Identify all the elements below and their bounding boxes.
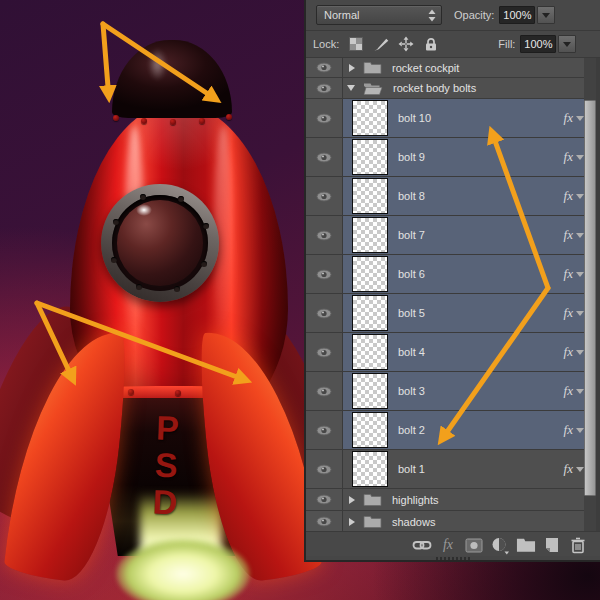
visibility-eye-icon[interactable] xyxy=(306,99,343,137)
panel-resize-grip[interactable] xyxy=(306,556,600,560)
layer-fx-badge[interactable]: fx xyxy=(564,188,573,204)
visibility-eye-icon[interactable] xyxy=(306,138,343,176)
fx-chevron-icon[interactable] xyxy=(576,467,584,472)
layer-thumbnail[interactable] xyxy=(352,334,388,370)
fx-chevron-icon[interactable] xyxy=(576,116,584,121)
layer-name[interactable]: bolt 10 xyxy=(398,112,431,124)
layer-fx-badge[interactable]: fx xyxy=(564,266,573,282)
lock-pixels-brush-icon[interactable] xyxy=(372,35,390,53)
expand-arrow-icon[interactable] xyxy=(349,64,355,72)
layer-fx-badge[interactable]: fx xyxy=(564,305,573,321)
layer-name[interactable]: bolt 3 xyxy=(398,385,425,397)
layer-row-bolt-10[interactable]: bolt 10fx xyxy=(306,99,600,138)
layer-thumbnail[interactable] xyxy=(352,256,388,292)
folder-closed-icon xyxy=(363,515,382,528)
fx-chevron-icon[interactable] xyxy=(576,194,584,199)
blend-mode-select[interactable]: Normal xyxy=(316,5,442,25)
porthole-rivet xyxy=(136,284,142,290)
layer-name[interactable]: highlights xyxy=(392,494,438,506)
layer-fx-badge[interactable]: fx xyxy=(564,383,573,399)
collapse-arrow-icon[interactable] xyxy=(347,85,355,91)
fx-chevron-icon[interactable] xyxy=(576,233,584,238)
expand-arrow-icon[interactable] xyxy=(349,518,355,526)
layer-name[interactable]: bolt 6 xyxy=(398,268,425,280)
opacity-dropdown-button[interactable] xyxy=(537,6,555,24)
visibility-eye-icon[interactable] xyxy=(306,333,343,371)
layer-thumbnail[interactable] xyxy=(352,100,388,136)
layer-fx-badge[interactable]: fx xyxy=(564,227,573,243)
scrollbar-thumb[interactable] xyxy=(584,100,596,496)
layer-thumbnail[interactable] xyxy=(352,178,388,214)
layers-panel: Normal Opacity: 100% Lock: xyxy=(304,0,600,562)
layer-group-row-shadows[interactable]: shadows xyxy=(306,511,600,531)
fx-chevron-icon[interactable] xyxy=(576,350,584,355)
grip-dots xyxy=(436,557,470,560)
layer-name[interactable]: bolt 1 xyxy=(398,463,425,475)
layer-fx-badge[interactable]: fx xyxy=(564,461,573,477)
delete-layer-trash-icon[interactable] xyxy=(568,535,588,555)
rocket-porthole xyxy=(101,184,219,302)
layer-row-bolt-1[interactable]: bolt 1fx xyxy=(306,450,600,489)
layer-row-bolt-7[interactable]: bolt 7fx xyxy=(306,216,600,255)
new-layer-icon[interactable] xyxy=(542,535,562,555)
layer-fx-badge[interactable]: fx xyxy=(564,110,573,126)
layer-name[interactable]: bolt 8 xyxy=(398,190,425,202)
layer-group-row-rocket-body-bolts[interactable]: rocket body bolts xyxy=(306,78,600,99)
layer-name[interactable]: rocket body bolts xyxy=(393,82,476,94)
layer-fx-badge[interactable]: fx xyxy=(564,344,573,360)
layer-name[interactable]: bolt 2 xyxy=(398,424,425,436)
fill-value-field[interactable]: 100% xyxy=(520,35,556,53)
layer-thumbnail[interactable] xyxy=(352,412,388,448)
expand-arrow-icon[interactable] xyxy=(349,496,355,504)
fx-chevron-icon[interactable] xyxy=(576,272,584,277)
opacity-label: Opacity: xyxy=(454,9,494,21)
fx-chevron-icon[interactable] xyxy=(576,389,584,394)
layer-row-bolt-5[interactable]: bolt 5fx xyxy=(306,294,600,333)
layer-name[interactable]: rocket cockpit xyxy=(392,62,459,74)
layer-thumbnail[interactable] xyxy=(352,451,388,487)
layer-name[interactable]: bolt 4 xyxy=(398,346,425,358)
lock-position-move-icon[interactable] xyxy=(397,35,415,53)
opacity-value-field[interactable]: 100% xyxy=(499,6,535,24)
visibility-eye-icon[interactable] xyxy=(306,372,343,410)
layer-row-bolt-2[interactable]: bolt 2fx xyxy=(306,411,600,450)
lock-all-padlock-icon[interactable] xyxy=(422,35,440,53)
fx-chevron-icon[interactable] xyxy=(576,155,584,160)
fill-dropdown-button[interactable] xyxy=(558,35,576,53)
visibility-eye-icon[interactable] xyxy=(306,411,343,449)
layer-group-row-highlights[interactable]: highlights xyxy=(306,489,600,511)
layer-fx-badge[interactable]: fx xyxy=(564,149,573,165)
fx-chevron-icon[interactable] xyxy=(576,311,584,316)
layer-group-row-rocket-cockpit[interactable]: rocket cockpit xyxy=(306,58,600,78)
add-layer-mask-icon[interactable] xyxy=(464,535,484,555)
adjustment-layer-icon[interactable] xyxy=(490,535,510,555)
visibility-eye-icon[interactable] xyxy=(306,78,343,98)
layer-row-bolt-6[interactable]: bolt 6fx xyxy=(306,255,600,294)
visibility-eye-icon[interactable] xyxy=(306,216,343,254)
fx-chevron-icon[interactable] xyxy=(576,428,584,433)
layer-thumbnail[interactable] xyxy=(352,139,388,175)
lock-transparency-icon[interactable] xyxy=(347,35,365,53)
visibility-eye-icon[interactable] xyxy=(306,58,343,77)
visibility-eye-icon[interactable] xyxy=(306,511,343,531)
layer-thumbnail[interactable] xyxy=(352,295,388,331)
layer-name[interactable]: bolt 5 xyxy=(398,307,425,319)
layer-row-bolt-9[interactable]: bolt 9fx xyxy=(306,138,600,177)
layer-name[interactable]: shadows xyxy=(392,516,435,528)
layer-row-bolt-3[interactable]: bolt 3fx xyxy=(306,372,600,411)
layer-name[interactable]: bolt 7 xyxy=(398,229,425,241)
visibility-eye-icon[interactable] xyxy=(306,255,343,293)
visibility-eye-icon[interactable] xyxy=(306,177,343,215)
layer-row-bolt-8[interactable]: bolt 8fx xyxy=(306,177,600,216)
layer-thumbnail[interactable] xyxy=(352,373,388,409)
layer-fx-badge[interactable]: fx xyxy=(564,422,573,438)
layer-thumbnail[interactable] xyxy=(352,217,388,253)
layer-style-fx-icon[interactable]: fx xyxy=(438,535,458,555)
link-layers-icon[interactable] xyxy=(412,535,432,555)
new-group-folder-icon[interactable] xyxy=(516,535,536,555)
visibility-eye-icon[interactable] xyxy=(306,450,343,488)
layer-row-bolt-4[interactable]: bolt 4fx xyxy=(306,333,600,372)
visibility-eye-icon[interactable] xyxy=(306,294,343,332)
visibility-eye-icon[interactable] xyxy=(306,489,343,510)
layer-name[interactable]: bolt 9 xyxy=(398,151,425,163)
